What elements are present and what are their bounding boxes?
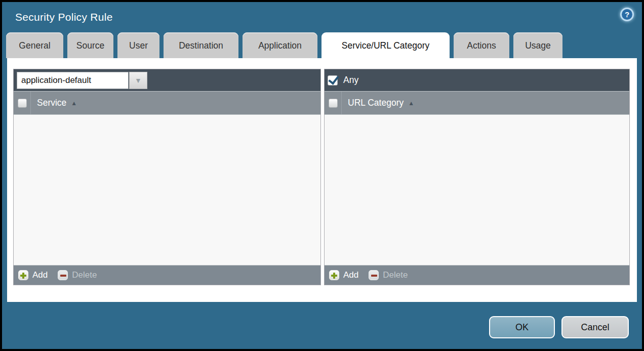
service-column-label: Service [37, 98, 66, 108]
url-category-column-sort[interactable]: URL Category ▲ [342, 92, 414, 114]
sort-asc-icon: ▲ [408, 100, 414, 106]
service-column-sort[interactable]: Service ▲ [31, 92, 77, 114]
url-category-delete-button[interactable]: Delete [369, 270, 408, 280]
plus-icon [18, 270, 28, 280]
tab-general[interactable]: General [6, 32, 63, 58]
chevron-down-icon: ▼ [135, 77, 142, 84]
tab-application[interactable]: Application [243, 32, 317, 58]
url-category-panel: Any URL Category ▲ Add Delete [324, 69, 630, 285]
tab-bar: General Source User Destination Applicat… [2, 32, 642, 58]
service-panel-footer: Add Delete [14, 265, 320, 285]
any-checkbox[interactable] [328, 75, 338, 85]
minus-icon [58, 270, 68, 280]
plus-icon [329, 270, 339, 280]
any-label: Any [343, 75, 358, 85]
title-bar: Security Policy Rule ? [2, 2, 642, 32]
tab-service-url-category[interactable]: Service/URL Category [321, 32, 450, 58]
service-panel: application-default ▼ Service ▲ [13, 69, 321, 285]
service-select-all-checkbox[interactable] [18, 99, 27, 108]
tab-source[interactable]: Source [67, 32, 113, 58]
tab-actions[interactable]: Actions [454, 32, 509, 58]
url-category-column-label: URL Category [348, 98, 404, 108]
minus-icon [369, 270, 379, 280]
service-column-header: Service ▲ [14, 92, 320, 115]
tab-user[interactable]: User [117, 32, 159, 58]
service-add-button[interactable]: Add [18, 270, 48, 280]
url-category-list [325, 115, 629, 265]
cancel-button[interactable]: Cancel [561, 316, 629, 338]
tab-content: application-default ▼ Service ▲ [7, 58, 637, 302]
tab-destination[interactable]: Destination [164, 32, 238, 58]
url-category-select-all-checkbox[interactable] [329, 99, 338, 108]
tab-usage[interactable]: Usage [513, 32, 562, 58]
ok-button[interactable]: OK [489, 316, 555, 338]
service-type-dropdown: application-default ▼ [17, 72, 147, 89]
service-type-value[interactable]: application-default [17, 72, 129, 89]
service-type-dropdown-button[interactable]: ▼ [129, 72, 147, 89]
service-delete-button[interactable]: Delete [58, 270, 97, 280]
url-category-column-header: URL Category ▲ [325, 92, 629, 115]
dialog-title: Security Policy Rule [15, 11, 113, 23]
service-type-bar: application-default ▼ [14, 69, 320, 92]
service-list [14, 115, 320, 265]
url-category-panel-footer: Add Delete [325, 265, 629, 285]
help-icon[interactable]: ? [620, 8, 634, 21]
url-category-any-bar: Any [325, 69, 629, 92]
dialog-button-row: OK Cancel [2, 316, 629, 338]
security-policy-rule-dialog: Security Policy Rule ? General Source Us… [0, 0, 644, 351]
url-category-add-button[interactable]: Add [329, 270, 358, 280]
sort-asc-icon: ▲ [71, 100, 77, 106]
